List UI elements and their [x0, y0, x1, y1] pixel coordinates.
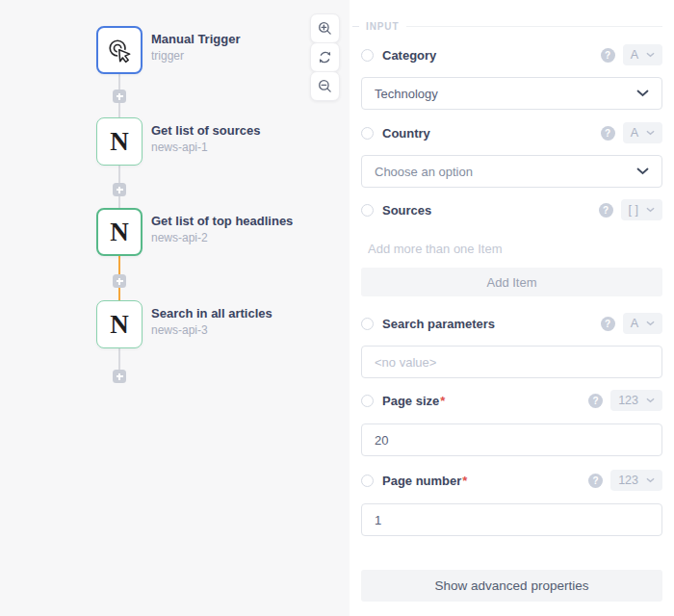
country-select-value: Choose an option: [375, 165, 473, 179]
refresh-icon: [318, 50, 332, 64]
node-manual-trigger[interactable]: [96, 26, 143, 74]
search-parameters-input[interactable]: [361, 346, 662, 378]
node-subtitle: news-api-3: [151, 323, 272, 337]
divider: [352, 26, 359, 27]
field-row-country: Country ? A: [361, 122, 662, 143]
field-label: Search parameters: [382, 317, 496, 331]
category-select[interactable]: Technology: [361, 77, 662, 110]
zoom-in-icon: [318, 21, 332, 36]
node-news-api-2[interactable]: N: [96, 208, 143, 256]
newsapi-icon: N: [110, 219, 129, 245]
newsapi-icon: N: [110, 129, 129, 155]
help-icon[interactable]: ?: [599, 203, 613, 218]
field-label: Page size*: [382, 394, 445, 408]
field-row-page-number: Page number* ? 123: [361, 470, 662, 491]
zoom-in-button[interactable]: [310, 13, 340, 43]
click-cursor-icon: [107, 38, 133, 64]
field-row-category: Category ? A: [361, 44, 662, 65]
radio-page-size[interactable]: [361, 395, 374, 407]
field-label: Sources: [382, 203, 432, 218]
radio-search-parameters[interactable]: [361, 318, 374, 330]
node-label: Get list of top headlines news-api-2: [151, 214, 293, 244]
node-subtitle: trigger: [151, 49, 240, 63]
field-row-sources: Sources ? [ ]: [361, 199, 662, 220]
section-title: INPUT: [366, 21, 400, 32]
chevron-down-icon: [646, 321, 655, 326]
node-news-api-1[interactable]: N: [96, 117, 143, 166]
workflow-canvas[interactable]: Manual Trigger trigger N Get list of sou…: [0, 0, 350, 616]
chevron-down-icon: [646, 207, 655, 213]
show-advanced-properties-button[interactable]: Show advanced properties: [361, 570, 662, 602]
chevron-down-icon: [646, 130, 655, 136]
add-step-button[interactable]: [113, 90, 126, 103]
add-item-button[interactable]: Add Item: [361, 268, 662, 296]
field-label: Category: [382, 48, 437, 63]
node-title: Get list of sources: [151, 123, 260, 138]
radio-page-number[interactable]: [361, 475, 374, 487]
chevron-down-icon: [636, 90, 649, 97]
radio-country[interactable]: [361, 127, 374, 140]
node-label: Search in all articles news-api-3: [151, 306, 272, 337]
help-icon[interactable]: ?: [601, 126, 615, 141]
node-subtitle: news-api-1: [151, 141, 260, 154]
field-label: Country: [382, 126, 431, 141]
country-select[interactable]: Choose an option: [361, 155, 662, 188]
workflow-editor: Manual Trigger trigger N Get list of sou…: [0, 0, 674, 616]
newsapi-icon: N: [110, 312, 129, 338]
node-subtitle: news-api-2: [151, 231, 293, 244]
field-row-page-size: Page size* ? 123: [361, 390, 662, 411]
sources-item-input[interactable]: [361, 239, 663, 258]
help-icon[interactable]: ?: [601, 317, 615, 331]
type-badge-text[interactable]: A: [623, 313, 662, 334]
help-icon[interactable]: ?: [588, 394, 603, 408]
node-title: Get list of top headlines: [151, 214, 293, 228]
properties-panel: INPUT Category ? A Technology Country: [350, 0, 674, 616]
node-label: Get list of sources news-api-1: [151, 123, 260, 154]
input-section-header: INPUT: [352, 20, 662, 33]
node-label: Manual Trigger trigger: [151, 32, 240, 63]
node-title: Manual Trigger: [151, 32, 240, 46]
page-size-input[interactable]: [361, 424, 662, 456]
radio-sources[interactable]: [361, 204, 374, 217]
category-select-value: Technology: [375, 87, 438, 101]
chevron-down-icon: [646, 52, 655, 58]
field-label: Page number*: [382, 474, 467, 488]
radio-category[interactable]: [361, 49, 374, 62]
required-asterisk: *: [440, 394, 445, 408]
type-badge-array[interactable]: [ ]: [621, 199, 662, 220]
type-badge-number[interactable]: 123: [610, 470, 662, 491]
type-badge-number[interactable]: 123: [610, 390, 662, 411]
help-icon[interactable]: ?: [588, 474, 603, 488]
page-number-input[interactable]: [361, 503, 662, 536]
node-news-api-3[interactable]: N: [96, 300, 143, 348]
add-step-button[interactable]: [113, 274, 126, 288]
chevron-down-icon: [636, 167, 649, 175]
zoom-out-icon: [318, 79, 332, 93]
type-badge-text[interactable]: A: [623, 122, 662, 143]
add-step-button[interactable]: [113, 183, 126, 196]
zoom-out-button[interactable]: [310, 71, 340, 101]
type-badge-text[interactable]: A: [623, 44, 662, 65]
field-row-search-parameters: Search parameters ? A: [361, 313, 662, 334]
chevron-down-icon: [646, 477, 655, 483]
required-asterisk: *: [462, 474, 467, 488]
help-icon[interactable]: ?: [601, 48, 615, 63]
add-step-button[interactable]: [113, 370, 126, 383]
chevron-down-icon: [646, 398, 655, 403]
node-title: Search in all articles: [151, 306, 272, 321]
divider: [406, 26, 663, 27]
reset-view-button[interactable]: [310, 42, 340, 72]
